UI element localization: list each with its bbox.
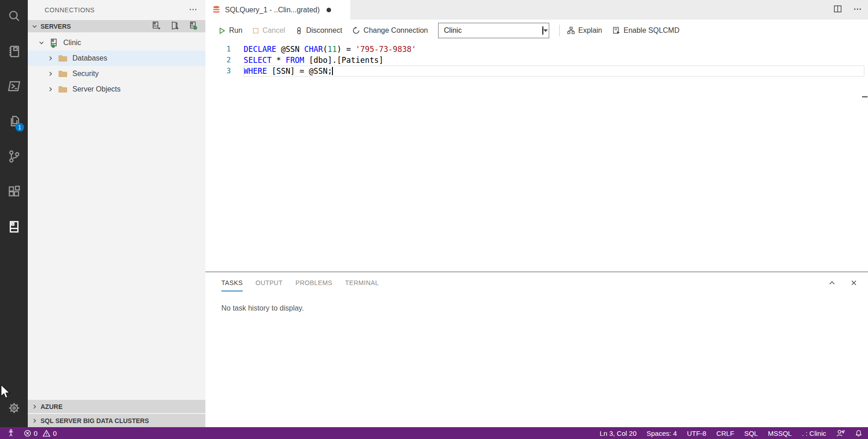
problems-status[interactable]: 0 0 — [24, 429, 57, 437]
source-control-icon[interactable] — [3, 144, 25, 169]
new-connection-icon[interactable] — [151, 21, 161, 32]
query-toolbar: Run Cancel Disconnect Change Connection … — [205, 20, 868, 41]
sidebar-title-row: CONNECTIONS — [28, 0, 205, 20]
maximize-panel-icon[interactable] — [828, 279, 836, 289]
server-icon — [49, 38, 59, 48]
chevron-down-icon[interactable] — [38, 40, 45, 46]
disconnect-button[interactable]: Disconnect — [295, 26, 342, 35]
open-editors-icon[interactable]: 1 — [3, 109, 25, 134]
search-icon[interactable] — [3, 4, 25, 29]
notifications-bell-icon[interactable] — [855, 429, 863, 437]
chevron-right-icon — [31, 403, 38, 410]
feedback-icon[interactable] — [836, 429, 845, 437]
tree-item-security[interactable]: Security — [28, 66, 205, 82]
cancel-square-icon — [252, 27, 259, 34]
sidebar-bottom-sections: AZURE SQL SERVER BIG DATA CLUSTERS — [28, 399, 205, 427]
tree-item-server-objects[interactable]: Server Objects — [28, 82, 205, 97]
code-token: DECLARE — [244, 45, 276, 54]
close-panel-icon[interactable] — [850, 279, 858, 289]
connections-icon[interactable] — [3, 214, 25, 240]
change-connection-button[interactable]: Change Connection — [352, 26, 428, 35]
extensions-icon[interactable] — [3, 179, 25, 204]
link-icon — [295, 27, 303, 35]
servers-section-header[interactable]: SERVERS — [28, 20, 205, 32]
tree-item-label: Security — [72, 70, 99, 78]
refresh-connection-icon — [352, 26, 360, 35]
indentation-status[interactable]: Spaces: 4 — [647, 429, 677, 437]
database-dropdown-value: Clinic — [444, 26, 462, 35]
notebook-icon[interactable] — [3, 39, 25, 64]
big-data-clusters-section-label: SQL SERVER BIG DATA CLUSTERS — [41, 417, 149, 424]
line-number: 2 — [205, 55, 244, 66]
code-token: * — [271, 56, 286, 65]
code-token: ) = — [337, 45, 356, 54]
code-token: CHAR — [304, 45, 323, 54]
open-editors-badge: 1 — [15, 123, 24, 132]
code-line-1[interactable]: 1DECLARE @SSN CHAR(11) = '795-73-9838' — [205, 44, 868, 55]
code-token: ( — [323, 45, 327, 54]
code-line-2[interactable]: 2SELECT * FROM [dbo].[Patients] — [205, 55, 868, 66]
settings-gear-icon[interactable] — [3, 395, 25, 421]
code-token: SELECT — [244, 56, 271, 65]
code-token: [dbo].[Patients] — [304, 56, 383, 65]
tree-item-databases[interactable]: Databases — [28, 51, 205, 66]
enable-sqlcmd-button[interactable]: Enable SQLCMD — [612, 26, 679, 35]
text-cursor — [332, 67, 333, 75]
database-icon — [212, 5, 221, 15]
tab-output[interactable]: OUTPUT — [255, 279, 283, 291]
code-editor[interactable]: 1DECLARE @SSN CHAR(11) = '795-73-9838' 2… — [205, 41, 868, 271]
code-token: [SSN] = @SSN; — [267, 66, 332, 76]
chevron-right-icon[interactable] — [47, 86, 54, 92]
azure-section-header[interactable]: AZURE — [28, 399, 205, 413]
database-dropdown[interactable]: Clinic — [438, 23, 549, 38]
editor-area: SQLQuery_1 - ..Clin...grated) Run Cancel — [205, 0, 868, 427]
tree-item-clinic-server[interactable]: Clinic — [28, 35, 205, 51]
chevron-down-icon — [542, 26, 543, 35]
big-data-clusters-section-header[interactable]: SQL SERVER BIG DATA CLUSTERS — [28, 413, 205, 427]
more-actions-icon[interactable] — [853, 5, 862, 15]
servers-section-label: SERVERS — [41, 23, 71, 30]
code-token: 11 — [327, 45, 337, 54]
cursor-position-status[interactable]: Ln 3, Col 20 — [600, 429, 637, 437]
explain-button[interactable]: Explain — [567, 26, 602, 35]
encoding-status[interactable]: UTF-8 — [687, 429, 706, 437]
tab-title: SQLQuery_1 - ..Clin...grated) — [225, 6, 320, 14]
code-token: '795-73-9838' — [356, 45, 416, 54]
sidebar-connections: CONNECTIONS SERVERS — [28, 0, 205, 427]
new-server-group-icon[interactable] — [170, 21, 179, 32]
code-line-3[interactable]: 3WHERE [SSN] = @SSN; — [205, 66, 868, 77]
warning-count: 0 — [53, 429, 56, 437]
app-window: 1 CONNECTIONS SERVER — [0, 0, 868, 427]
chevron-down-icon — [31, 23, 38, 30]
split-editor-icon[interactable] — [833, 4, 842, 15]
tree-item-label: Clinic — [63, 39, 81, 47]
line-number: 3 — [205, 66, 244, 77]
terminal-icon[interactable] — [3, 74, 25, 99]
eol-status[interactable]: CRLF — [716, 429, 734, 437]
panel-tab-bar: TASKS OUTPUT PROBLEMS TERMINAL — [205, 272, 868, 291]
more-actions-icon[interactable] — [189, 5, 197, 15]
cancel-button[interactable]: Cancel — [252, 26, 285, 35]
run-button[interactable]: Run — [218, 26, 242, 35]
folder-icon — [58, 84, 68, 94]
active-connections-icon[interactable] — [189, 21, 198, 32]
servers-tree: Clinic Databases Security — [28, 32, 205, 97]
tab-terminal[interactable]: TERMINAL — [345, 279, 379, 291]
tab-problems[interactable]: PROBLEMS — [296, 279, 332, 291]
connection-status[interactable]: . : Clinic — [802, 429, 826, 437]
tab-sqlquery1[interactable]: SQLQuery_1 - ..Clin...grated) — [205, 0, 350, 20]
toolbar-separator — [559, 25, 560, 36]
chevron-right-icon — [31, 418, 38, 424]
error-count: 0 — [34, 429, 37, 437]
chevron-right-icon[interactable] — [47, 71, 54, 77]
dirty-indicator-icon[interactable] — [327, 8, 331, 12]
language-mode-status[interactable]: SQL — [744, 429, 758, 437]
tab-tasks[interactable]: TASKS — [221, 279, 243, 291]
chevron-right-icon[interactable] — [47, 55, 54, 61]
run-play-icon — [218, 27, 226, 35]
accessibility-icon[interactable] — [7, 429, 15, 437]
code-token: FROM — [286, 56, 304, 65]
overview-ruler-cursor-mark — [862, 96, 868, 97]
provider-status[interactable]: MSSQL — [768, 429, 792, 437]
panel-empty-message: No task history to display. — [205, 291, 868, 312]
